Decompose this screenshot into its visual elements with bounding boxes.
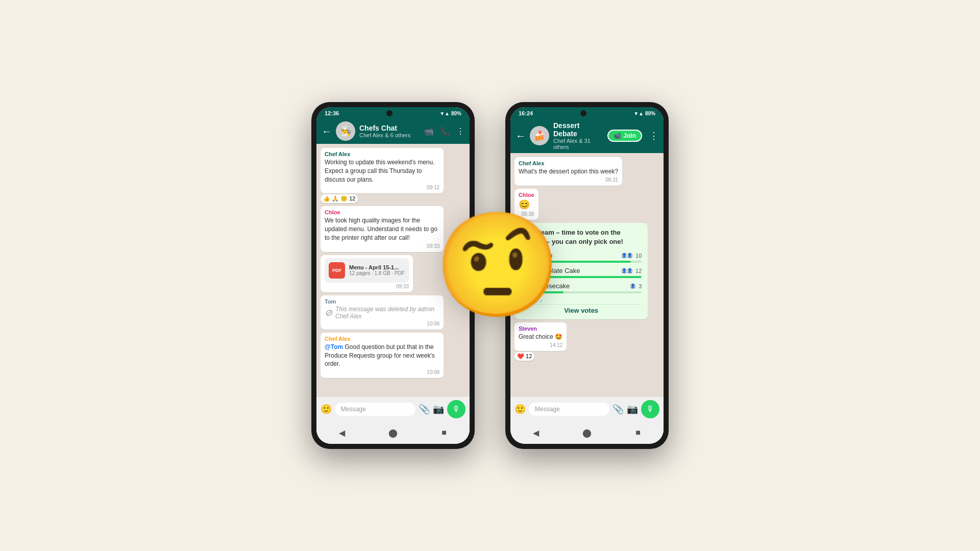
input-bar-right: 🙂 Message 📎 📷 🎙: [510, 397, 664, 421]
poll-bar-container-chocolate: [533, 276, 642, 278]
chat-body-right: Chef Alex What's the dessert option this…: [510, 153, 664, 397]
phone-left: 12:36 ▼▲ 80% ← 👨‍🍳 Chefs Chat Chef Alex …: [311, 102, 475, 449]
chat-info-left[interactable]: Chefs Chat Chef Alex & 6 others: [359, 124, 420, 138]
call-icon-left[interactable]: 📞: [440, 127, 450, 136]
sender-chef-alex-2: Chef Alex: [325, 336, 439, 342]
back-button-right[interactable]: ←: [516, 130, 526, 142]
poll-avatar-2: 👤: [626, 252, 633, 259]
msg-group-tom: Tom ⊘ This message was deleted by admin …: [321, 295, 465, 330]
sender-chloe-left: Chloe: [325, 209, 439, 215]
status-bar-right: 16:24 ▼▲ 80%: [510, 107, 664, 118]
pdf-attachment[interactable]: PDF Menu - April 15-1... 12 pages · 1.8 …: [325, 258, 409, 283]
poll-count-cheesecake: 3: [639, 283, 642, 289]
poll-question: Okay team – time to vote on the dessert …: [521, 228, 642, 246]
avatar-emoji-left: 👨‍🍳: [336, 121, 355, 141]
deleted-icon: ⊘: [325, 307, 332, 318]
more-icon-left[interactable]: ⋮: [456, 127, 464, 136]
msg-text-chef-alex-2: @Tom Good question but put that in the P…: [325, 343, 439, 368]
pdf-meta: 12 pages · 1.8 GB · PDF: [349, 270, 405, 276]
sender-chloe-r: Chloe: [519, 192, 534, 198]
msg-time-steven: 14:12: [519, 342, 562, 348]
poll-radio-gelato[interactable]: [521, 253, 529, 261]
mic-button-left[interactable]: 🎙: [447, 400, 465, 418]
msg-group-chloe: Chloe We took high quality images for th…: [321, 206, 465, 252]
msg-chef-alex-1: Chef Alex Working to update this weekend…: [321, 148, 444, 193]
msg-text-chloe-1: We took high quality images for the upda…: [325, 216, 439, 242]
pdf-name: Menu - April 15-1...: [349, 264, 405, 270]
back-nav-right[interactable]: ◀: [529, 425, 543, 440]
poll-bar-chocolate: [533, 276, 642, 278]
avatar-right: 🍰: [530, 126, 549, 145]
poll-meta-chocolate: 👤 👤 12: [622, 267, 642, 274]
poll-footer: 09:16 ✓✓: [521, 297, 642, 304]
battery-left: 80%: [451, 111, 461, 116]
msg-time-pdf: 09:33: [325, 284, 409, 289]
msg-text-steven: Great choice 🤩: [519, 333, 562, 341]
home-nav-left[interactable]: ⬤: [386, 425, 400, 440]
attach-icon-right[interactable]: 📎: [612, 404, 624, 415]
msg-chloe-r: Chloe 😊 08:36: [514, 189, 538, 220]
poll-option-gelato[interactable]: Gelato 👤 👤 10: [521, 252, 642, 263]
phones-container: 12:36 ▼▲ 80% ← 👨‍🍳 Chefs Chat Chef Alex …: [311, 102, 669, 449]
recents-nav-left[interactable]: ■: [437, 425, 451, 440]
pdf-icon: PDF: [329, 262, 345, 279]
sender-chef-alex: Chef Alex: [325, 151, 439, 157]
more-icon-right[interactable]: ⋮: [649, 130, 658, 141]
msg-time-tom: 10:06: [325, 321, 439, 327]
chat-body-left: Chef Alex Working to update this weekend…: [316, 144, 470, 397]
message-input-left[interactable]: Message: [335, 403, 415, 416]
view-votes-button[interactable]: View votes: [521, 304, 642, 314]
join-button[interactable]: 📹 Join: [607, 130, 642, 142]
home-nav-right[interactable]: ⬤: [580, 425, 594, 440]
attach-icon-left[interactable]: 📎: [419, 404, 430, 415]
poll-meta-gelato: 👤 👤 10: [622, 252, 642, 259]
status-icons-right: ▼▲ 80%: [633, 111, 655, 116]
message-input-right[interactable]: Message: [529, 403, 609, 416]
signal-right: ▼▲: [633, 111, 644, 116]
poll-time: 09:16 ✓✓: [521, 298, 543, 304]
header-icons-left: 📹 📞 ⋮: [424, 127, 464, 136]
poll-bar-cheesecake: [533, 291, 564, 293]
poll-label-chocolate: Chocolate Cake: [533, 267, 580, 274]
status-icons-left: ▼▲ 80%: [439, 111, 461, 116]
deleted-msg: ⊘ This message was deleted by admin Chef…: [325, 306, 439, 320]
camera-icon-left[interactable]: 📷: [433, 404, 444, 415]
msg-group-steven: Steven Great choice 🤩 14:12 ❤️ 12: [514, 322, 659, 361]
mic-button-right[interactable]: 🎙: [641, 400, 659, 418]
poll-option-content-chocolate: Chocolate Cake 👤 👤 12: [533, 267, 642, 278]
recents-nav-right[interactable]: ■: [631, 425, 645, 440]
msg-tom-deleted: Tom ⊘ This message was deleted by admin …: [321, 295, 444, 330]
video-join-icon: 📹: [614, 132, 621, 139]
sender-tom: Tom: [325, 298, 439, 305]
poll-option-content-gelato: Gelato 👤 👤 10: [533, 252, 642, 263]
poll-option-cheesecake[interactable]: Cheesecake 👤 3: [521, 282, 642, 293]
notch-right: [580, 110, 586, 116]
back-button-left[interactable]: ←: [322, 126, 332, 137]
deleted-text: This message was deleted by admin Chef A…: [335, 306, 439, 320]
camera-icon-right[interactable]: 📷: [627, 404, 638, 415]
notch-left: [386, 110, 393, 116]
chat-header-right: ← 🍰 Dessert Debate Chef Alex & 31 others…: [510, 118, 664, 153]
video-icon-left[interactable]: 📹: [424, 127, 434, 136]
emoji-icon-left[interactable]: 🙂: [321, 404, 332, 415]
chat-info-right[interactable]: Dessert Debate Chef Alex & 31 others: [553, 121, 603, 150]
msg-chef-alex-2: Chef Alex @Tom Good question but put tha…: [321, 333, 444, 378]
status-bar-left: 12:36 ▼▲ 80%: [316, 107, 470, 118]
pdf-info: Menu - April 15-1... 12 pages · 1.8 GB ·…: [349, 264, 405, 276]
back-nav-left[interactable]: ◀: [335, 425, 349, 440]
poll-radio-cheesecake[interactable]: [521, 284, 529, 292]
poll-option-chocolate[interactable]: Chocolate Cake 👤 👤 12: [521, 267, 642, 278]
reaction-heart: ❤️ 12: [514, 352, 534, 361]
msg-chloe-1: Chloe We took high quality images for th…: [321, 206, 444, 252]
sender-chef-alex-r: Chef Alex: [519, 160, 618, 166]
emoji-icon-right[interactable]: 🙂: [514, 404, 526, 415]
time-right: 16:24: [519, 110, 533, 116]
msg-text-chef-alex-1: Working to update this weekend's menu. E…: [325, 158, 439, 184]
poll-avatars-cheesecake: 👤: [631, 283, 636, 290]
poll-radio-chocolate[interactable]: [521, 268, 529, 277]
msg-pdf: PDF Menu - April 15-1... 12 pages · 1.8 …: [321, 255, 413, 292]
poll-bar-gelato: [533, 261, 631, 263]
battery-right: 80%: [645, 111, 655, 116]
msg-group-chloe-r: Chloe 😊 08:36: [514, 189, 659, 220]
msg-time-chloe-r: 08:36: [519, 211, 534, 217]
